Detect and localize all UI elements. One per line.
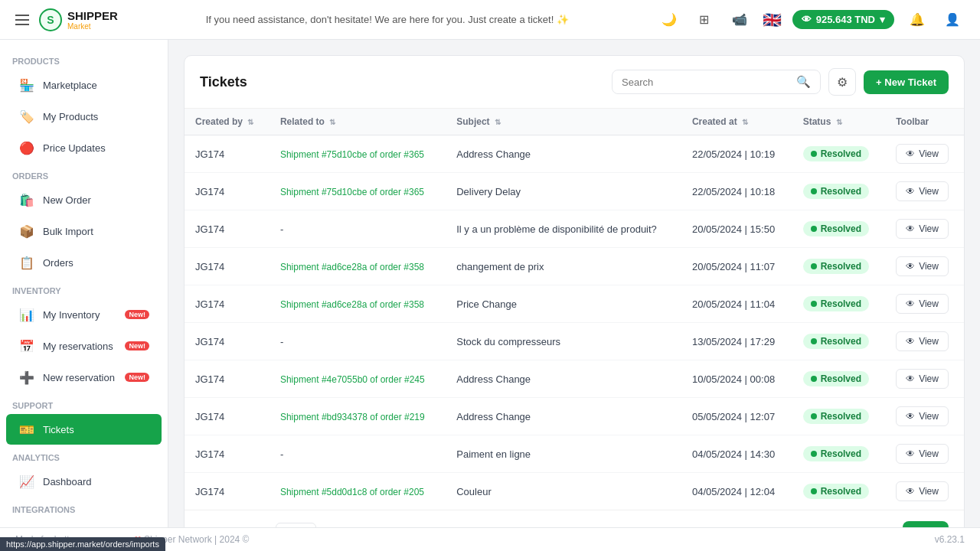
eye-icon: 👁	[906, 186, 915, 197]
sidebar-item-bulk-import[interactable]: 📦 Bulk Import	[6, 216, 162, 246]
cell-status: Resolved	[792, 435, 885, 473]
sidebar-item-my-reservations[interactable]: 📅 My reservations New!	[6, 331, 162, 361]
sidebar-item-marketplace[interactable]: 🏪 Marketplace	[6, 70, 162, 100]
view-button[interactable]: 👁 View	[896, 256, 949, 276]
user-avatar[interactable]: 👤	[940, 8, 965, 32]
sidebar: Products🏪 Marketplace 🏷️ My Products 🔴 P…	[0, 40, 168, 527]
sidebar-section-label: Analytics	[0, 445, 168, 465]
view-button[interactable]: 👁 View	[896, 331, 949, 351]
new-ticket-button[interactable]: + New Ticket	[864, 70, 949, 94]
cell-related-to[interactable]: Shipment #bd934378 of order #219	[270, 398, 446, 435]
search-icon[interactable]: 🔍	[796, 75, 811, 89]
cell-related-to[interactable]: Shipment #ad6ce28a of order #358	[270, 248, 446, 285]
view-button[interactable]: 👁 View	[896, 406, 949, 426]
col-related-to[interactable]: Related to ⇅	[270, 109, 446, 135]
view-button[interactable]: 👁 View	[896, 444, 949, 464]
hamburger-menu[interactable]	[15, 15, 29, 25]
col-status[interactable]: Status ⇅	[792, 109, 885, 135]
view-button[interactable]: 👁 View	[896, 481, 949, 501]
sidebar-item-new-order[interactable]: 🛍️ New Order	[6, 184, 162, 215]
cell-created-at: 22/05/2024 | 10:19	[681, 135, 792, 173]
table-row: JG174 - Il y a un problème de disponibil…	[185, 210, 964, 248]
sidebar-item-my-inventory[interactable]: 📊 My Inventory New!	[6, 299, 162, 330]
related-link[interactable]: Shipment #bd934378 of order #219	[280, 412, 425, 422]
url-tooltip: https://app.shipper.market/orders/import…	[0, 537, 165, 551]
col-created-at[interactable]: Created at ⇅	[681, 109, 792, 135]
orders-icon: 📋	[18, 254, 35, 271]
view-button[interactable]: 👁 View	[896, 144, 949, 164]
sort-icon: ⇅	[329, 118, 335, 126]
sidebar-item-price-updates[interactable]: 🔴 Price Updates	[6, 132, 162, 163]
col-subject[interactable]: Subject ⇅	[446, 109, 681, 135]
table-row: JG174 Shipment #ad6ce28a of order #358 P…	[185, 285, 964, 323]
sidebar-item-tickets[interactable]: 🎫 Tickets	[6, 414, 162, 445]
view-button[interactable]: 👁 View	[896, 294, 949, 314]
view-button[interactable]: 👁 View	[896, 219, 949, 239]
cell-related-to[interactable]: Shipment #75d10cbe of order #365	[270, 173, 446, 210]
camera-icon[interactable]: 📹	[727, 8, 752, 32]
table-header: Created by ⇅ Related to ⇅ Subject ⇅ Cr	[185, 109, 964, 135]
previous-button[interactable]: Previous	[833, 521, 897, 527]
cell-created-at: 22/05/2024 | 10:18	[681, 173, 792, 210]
cell-created-by: JG174	[185, 248, 270, 285]
cell-created-by: JG174	[185, 173, 270, 210]
tickets-tbody: JG174 Shipment #75d10cbe of order #365 A…	[185, 135, 964, 510]
cell-related-to: -	[270, 210, 446, 248]
main-layout: Products🏪 Marketplace 🏷️ My Products 🔴 P…	[0, 40, 980, 527]
cell-status: Resolved	[792, 135, 885, 173]
logo: S SHIPPER Market	[38, 8, 118, 32]
cell-created-by: JG174	[185, 360, 270, 398]
related-link[interactable]: Shipment #ad6ce28a of order #358	[280, 299, 424, 310]
status-dot	[811, 376, 817, 382]
sidebar-section-label: Integrations	[0, 497, 168, 517]
language-flag[interactable]: 🇬🇧	[763, 11, 782, 29]
banner-message: If you need assistance, don't hesitate! …	[206, 14, 569, 25]
banner-left: S SHIPPER Market	[15, 8, 118, 32]
sidebar-item-label: Dashboard	[43, 476, 92, 487]
search-box: 🔍	[612, 70, 821, 94]
status-badge: Resolved	[803, 371, 869, 386]
related-link[interactable]: Shipment #5dd0d1c8 of order #205	[280, 487, 424, 497]
cell-created-by: JG174	[185, 210, 270, 248]
next-button[interactable]: Next	[903, 521, 949, 527]
related-link[interactable]: Shipment #75d10cbe of order #365	[280, 149, 424, 160]
cell-created-by: JG174	[185, 473, 270, 510]
related-link[interactable]: Shipment #ad6ce28a of order #358	[280, 262, 424, 272]
table-row: JG174 Shipment #5dd0d1c8 of order #205 C…	[185, 473, 964, 510]
balance-badge[interactable]: 👁 925.643 TND ▾	[792, 10, 894, 29]
cell-subject: Address Change	[446, 135, 681, 173]
cell-created-at: 20/05/2024 | 11:07	[681, 248, 792, 285]
notification-bell[interactable]: 🔔	[905, 8, 929, 32]
cell-related-to[interactable]: Shipment #5dd0d1c8 of order #205	[270, 473, 446, 510]
top-banner: S SHIPPER Market If you need assistance,…	[0, 0, 980, 40]
sidebar-item-my-products[interactable]: 🏷️ My Products	[6, 101, 162, 132]
cell-subject: Delivery Delay	[446, 173, 681, 210]
main-content: Tickets 🔍 ⚙ + New Ticket Created by ⇅	[168, 40, 980, 527]
filter-button[interactable]: ⚙	[828, 68, 856, 96]
sidebar-item-dashboard[interactable]: 📈 Dashboard	[6, 466, 162, 497]
tickets-panel: Tickets 🔍 ⚙ + New Ticket Created by ⇅	[184, 55, 965, 527]
cell-created-at: 04/05/2024 | 14:30	[681, 435, 792, 473]
cell-related-to[interactable]: Shipment #75d10cbe of order #365	[270, 135, 446, 173]
sidebar-item-new-reservation[interactable]: ➕ New reservation New!	[6, 362, 162, 393]
status-dot	[811, 151, 817, 157]
cell-toolbar: 👁 View	[885, 248, 964, 285]
status-badge: Resolved	[803, 484, 869, 499]
col-created-by[interactable]: Created by ⇅	[185, 109, 270, 135]
view-button[interactable]: 👁 View	[896, 369, 949, 389]
cell-related-to[interactable]: Shipment #ad6ce28a of order #358	[270, 285, 446, 323]
related-link[interactable]: Shipment #4e7055b0 of order #245	[280, 374, 425, 385]
cell-toolbar: 👁 View	[885, 398, 964, 435]
status-dot	[811, 488, 817, 494]
dark-mode-toggle[interactable]: 🌙	[657, 8, 681, 32]
bulk-import-icon: 📦	[18, 223, 35, 240]
cell-related-to[interactable]: Shipment #4e7055b0 of order #245	[270, 360, 446, 398]
sidebar-item-orders[interactable]: 📋 Orders	[6, 247, 162, 278]
panel-title: Tickets	[200, 74, 247, 90]
related-empty: -	[280, 223, 283, 235]
search-input[interactable]	[622, 77, 790, 88]
related-link[interactable]: Shipment #75d10cbe of order #365	[280, 187, 424, 197]
view-button[interactable]: 👁 View	[896, 181, 949, 201]
sort-icon: ⇅	[836, 118, 842, 126]
grid-icon[interactable]: ⊞	[692, 8, 717, 32]
